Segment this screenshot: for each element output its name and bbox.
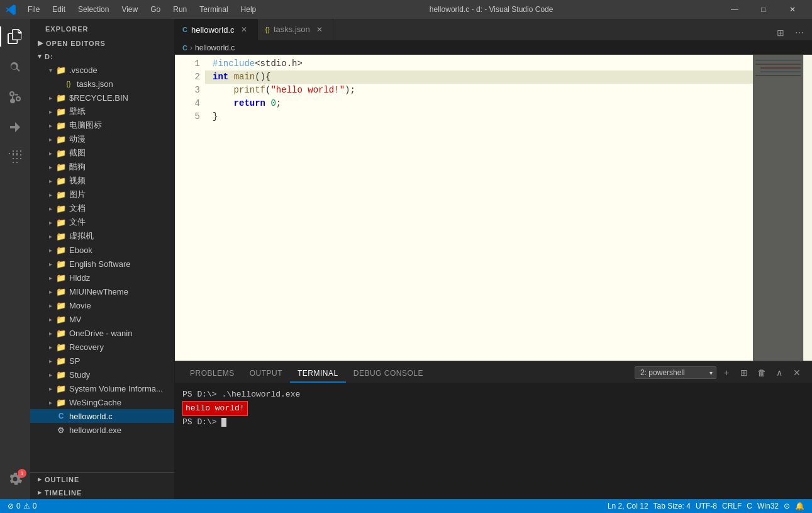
status-encoding[interactable]: UTF-8 <box>693 502 720 510</box>
menu-edit[interactable]: Edit <box>46 3 72 16</box>
terminal-line-1: PS D:\> .\helloworld.exe <box>182 388 804 401</box>
tree-item-sp[interactable]: ▸ 📁 SP <box>30 354 174 368</box>
new-terminal-button[interactable]: + <box>719 365 734 380</box>
panel-tab-debug[interactable]: DEBUG CONSOLE <box>346 365 431 383</box>
terminal-line-3: PS D:\> <box>182 416 804 429</box>
int-keyword: int <box>213 70 228 84</box>
tree-item-mv[interactable]: ▸ 📁 MV <box>30 312 174 326</box>
more-actions-button[interactable]: ⋯ <box>792 25 807 40</box>
terminal-select[interactable]: 1: powershell 2: powershell 3: bash <box>635 366 716 379</box>
code-line-2: int main(){ <box>205 70 753 84</box>
tree-item-tupian[interactable]: ▸ 📁 图片 <box>30 188 174 201</box>
tree-item-movie[interactable]: ▸ 📁 Movie <box>30 298 174 312</box>
folder-arrow: ▸ <box>45 120 55 130</box>
split-editor-button[interactable]: ⊞ <box>773 25 788 40</box>
terminal-content[interactable]: PS D:\> .\helloworld.exe hello world! PS… <box>175 383 812 499</box>
panel-maximize-button[interactable]: ∧ <box>772 365 787 380</box>
search-activity-icon[interactable] <box>0 52 30 82</box>
tree-item-english-software[interactable]: ▸ 📁 English Software <box>30 257 174 271</box>
status-lineending[interactable]: CRLF <box>720 502 744 510</box>
status-position[interactable]: Ln 2, Col 12 <box>605 502 651 510</box>
folder-arrow: ▸ <box>45 203 55 213</box>
tab-tasksjson[interactable]: {} tasks.json ✕ <box>258 19 333 40</box>
folder-arrow: ▸ <box>45 383 55 393</box>
tree-item-shipin[interactable]: ▸ 📁 视频 <box>30 174 174 188</box>
tree-item-ebook[interactable]: ▸ 📁 Ebook <box>30 243 174 257</box>
status-platform[interactable]: Win32 <box>755 502 781 510</box>
status-right: Ln 2, Col 12 Tab Size: 4 UTF-8 CRLF C Wi… <box>605 502 807 510</box>
panel-tab-terminal[interactable]: TERMINAL <box>290 365 346 383</box>
tree-item-study[interactable]: ▸ 📁 Study <box>30 368 174 381</box>
status-remote-icon[interactable]: ⊙ <box>781 502 793 510</box>
extensions-activity-icon[interactable] <box>0 142 30 172</box>
tree-item-recovery[interactable]: ▸ 📁 Recovery <box>30 340 174 354</box>
code-editor[interactable]: 1 2 3 4 5 #include<stdio.h> int main(){ <box>175 55 812 361</box>
timeline-section[interactable]: ▸ TIMELINE <box>30 486 174 499</box>
window-controls: — □ ✕ <box>720 0 807 19</box>
status-notification-icon[interactable]: 🔔 <box>793 502 807 510</box>
menu-help[interactable]: Help <box>235 3 263 16</box>
minimize-button[interactable]: — <box>720 0 749 19</box>
tree-item-jietu[interactable]: ▸ 📁 截图 <box>30 146 174 160</box>
tree-item-dnnazhuobuiao[interactable]: ▸ 📁 电脑图标 <box>30 118 174 132</box>
tree-item-sysvolinfo[interactable]: ▸ 📁 System Volume Informa... <box>30 381 174 395</box>
folder-arrow: ▸ <box>45 273 55 283</box>
kill-terminal-button[interactable]: 🗑 <box>754 365 769 380</box>
settings-activity-icon[interactable]: 1 <box>0 464 30 494</box>
tab-helloworldc[interactable]: C helloworld.c ✕ <box>175 19 258 40</box>
panel-close-button[interactable]: ✕ <box>789 365 804 380</box>
menu-terminal[interactable]: Terminal <box>193 3 234 16</box>
menu-go[interactable]: Go <box>144 3 167 16</box>
menu-selection[interactable]: Selection <box>72 3 115 16</box>
panel-tab-problems[interactable]: PROBLEMS <box>182 365 242 383</box>
debug-activity-icon[interactable] <box>0 112 30 142</box>
status-tabsize[interactable]: Tab Size: 4 <box>651 502 693 510</box>
maximize-button[interactable]: □ <box>749 0 778 19</box>
code-content[interactable]: #include<stdio.h> int main(){ printf("he… <box>205 55 753 361</box>
tree-item-hlddz[interactable]: ▸ 📁 Hlddz <box>30 271 174 285</box>
folder-icon: 📁 <box>55 300 67 311</box>
warning-count: 0 <box>33 502 37 510</box>
tree-item-wendang[interactable]: ▸ 📁 文档 <box>30 201 174 215</box>
close-button[interactable]: ✕ <box>778 0 807 19</box>
tree-item-kugou[interactable]: ▸ 📁 酷狗 <box>30 160 174 174</box>
tab-close-button[interactable]: ✕ <box>238 24 250 35</box>
status-errors[interactable]: ⊘ 0 ⚠ 0 <box>5 502 39 510</box>
indent <box>213 84 234 97</box>
tree-item-wallpaper[interactable]: ▸ 📁 壁纸 <box>30 104 174 118</box>
open-editors-section[interactable]: ▶ OPEN EDITORS <box>30 37 174 50</box>
explorer-activity-icon[interactable] <box>0 21 30 52</box>
drive-section[interactable]: ▾ D: <box>30 50 174 63</box>
menu-run[interactable]: Run <box>167 3 193 16</box>
source-control-activity-icon[interactable] <box>0 82 30 112</box>
status-language[interactable]: C <box>744 502 755 510</box>
tree-item-wenjian[interactable]: ▸ 📁 文件 <box>30 215 174 229</box>
tree-item-helloworldc[interactable]: ▸ C helloworld.c <box>30 409 174 423</box>
menu-view[interactable]: View <box>115 3 144 16</box>
tree-item-wesingcache[interactable]: ▸ 📁 WeSingCache <box>30 395 174 409</box>
tree-item-label: helloworld.exe <box>69 426 121 435</box>
tree-item-label: $RECYCLE.BIN <box>69 93 128 103</box>
tree-item-dongman[interactable]: ▸ 📁 动漫 <box>30 132 174 146</box>
folder-arrow: ▸ <box>45 259 55 269</box>
breadcrumb-filename[interactable]: helloworld.c <box>195 43 235 52</box>
vscode-logo-icon <box>5 4 16 15</box>
folder-arrow: ▸ <box>45 231 55 241</box>
code-line-3: printf("hello world!"); <box>205 84 753 97</box>
menu-file[interactable]: File <box>21 3 46 16</box>
split-terminal-button[interactable]: ⊞ <box>737 365 752 380</box>
tree-item-label: WeSingCache <box>69 398 121 407</box>
string-literal: "hello world!" <box>270 84 345 97</box>
tree-item-onedrive[interactable]: ▸ 📁 OneDrive - wanin <box>30 326 174 340</box>
panel-tabs: PROBLEMS OUTPUT TERMINAL DEBUG CONSOLE 1… <box>175 361 812 383</box>
tree-item-recycle[interactable]: ▸ 📁 $RECYCLE.BIN <box>30 91 174 104</box>
outline-section[interactable]: ▸ OUTLINE <box>30 473 174 486</box>
tree-item-helloworldexe[interactable]: ▸ ⚙ helloworld.exe <box>30 423 174 437</box>
tree-item-vscode[interactable]: ▾ 📁 .vscode <box>30 63 174 77</box>
vertical-scrollbar[interactable] <box>803 55 812 361</box>
tab-close-button2[interactable]: ✕ <box>314 24 325 35</box>
tree-item-xuniji[interactable]: ▸ 📁 虚拟机 <box>30 229 174 243</box>
panel-tab-output[interactable]: OUTPUT <box>242 365 290 383</box>
tree-item-tasksjson[interactable]: ▸ {} tasks.json <box>30 77 174 91</box>
tree-item-miuinewtheme[interactable]: ▸ 📁 MIUINewTheme <box>30 285 174 298</box>
